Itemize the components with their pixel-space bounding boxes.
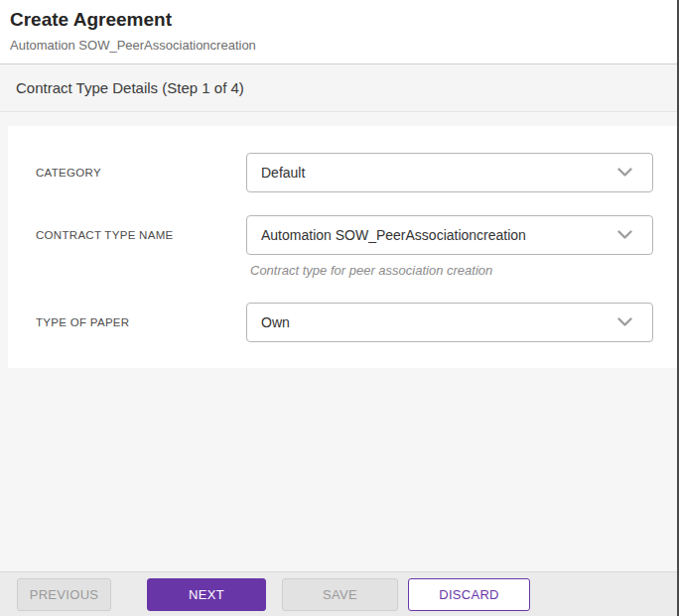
page-title: Create Agreement bbox=[10, 8, 667, 32]
content-area: CATEGORY Default CONTRACT TYPE NAME Auto… bbox=[0, 112, 677, 571]
page-subtitle: Automation SOW_PeerAssociationcreation bbox=[10, 38, 667, 54]
chevron-down-icon bbox=[617, 317, 632, 327]
type-of-paper-row: TYPE OF PAPER Own bbox=[36, 303, 653, 342]
section-title: Contract Type Details (Step 1 of 4) bbox=[16, 79, 244, 96]
type-of-paper-select-value: Own bbox=[261, 314, 617, 330]
next-button[interactable]: NEXT bbox=[147, 578, 266, 611]
discard-button[interactable]: DISCARD bbox=[408, 578, 530, 611]
section-bar: Contract Type Details (Step 1 of 4) bbox=[0, 64, 677, 112]
contract-type-name-select-value: Automation SOW_PeerAssociationcreation bbox=[261, 227, 617, 243]
category-row: CATEGORY Default bbox=[36, 153, 653, 192]
page-header: Create Agreement Automation SOW_PeerAsso… bbox=[0, 0, 677, 64]
contract-type-name-label: CONTRACT TYPE NAME bbox=[36, 229, 246, 241]
type-of-paper-label: TYPE OF PAPER bbox=[36, 316, 246, 328]
contract-type-helper-text: Contract type for peer association creat… bbox=[250, 263, 653, 278]
contract-type-name-row: CONTRACT TYPE NAME Automation SOW_PeerAs… bbox=[36, 215, 653, 255]
previous-button[interactable]: PREVIOUS bbox=[17, 578, 111, 611]
create-agreement-screen: Create Agreement Automation SOW_PeerAsso… bbox=[0, 0, 679, 616]
category-select[interactable]: Default bbox=[246, 153, 653, 192]
category-label: CATEGORY bbox=[36, 167, 246, 179]
save-button[interactable]: SAVE bbox=[282, 578, 398, 611]
form-panel: CATEGORY Default CONTRACT TYPE NAME Auto… bbox=[8, 126, 677, 368]
chevron-down-icon bbox=[617, 168, 632, 178]
footer-action-bar: PREVIOUS NEXT SAVE DISCARD bbox=[0, 571, 677, 616]
contract-type-name-select[interactable]: Automation SOW_PeerAssociationcreation bbox=[246, 215, 653, 255]
chevron-down-icon bbox=[617, 230, 632, 240]
category-select-value: Default bbox=[261, 165, 617, 181]
type-of-paper-select[interactable]: Own bbox=[246, 303, 653, 342]
